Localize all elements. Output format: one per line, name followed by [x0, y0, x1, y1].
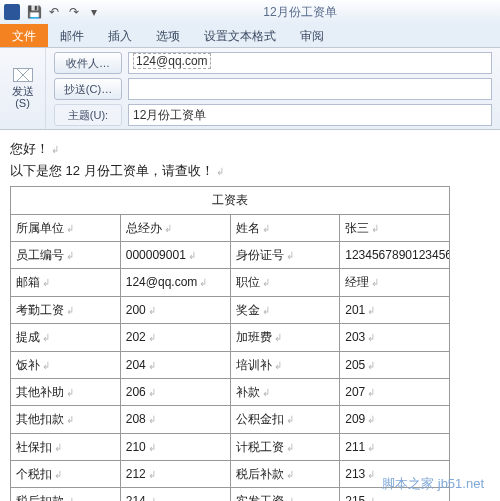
tab-insert[interactable]: 插入 [96, 24, 144, 47]
table-value-cell: 205↲ [340, 351, 450, 378]
cell-mark-icon: ↲ [146, 496, 156, 501]
cell-mark-icon: ↲ [162, 223, 172, 234]
tab-mail[interactable]: 邮件 [48, 24, 96, 47]
cell-mark-icon: ↲ [272, 332, 282, 343]
greeting-text: 您好！ [10, 141, 49, 156]
cell-mark-icon: ↲ [272, 360, 282, 371]
cell-mark-icon: ↲ [365, 305, 375, 316]
cell-mark-icon: ↲ [64, 387, 74, 398]
table-key-cell: 奖金↲ [230, 296, 340, 323]
message-header: 发送 (S) 收件人… 124@qq.com 抄送(C)… 主题(U): [0, 48, 500, 130]
table-key-cell: 员工编号↲ [11, 241, 121, 268]
ribbon-tabs: 文件 邮件 插入 选项 设置文本格式 审阅 [0, 24, 500, 48]
cell-mark-icon: ↲ [260, 277, 270, 288]
table-key-cell: 饭补↲ [11, 351, 121, 378]
subject-input[interactable] [128, 104, 492, 126]
table-key-cell: 考勤工资↲ [11, 296, 121, 323]
cell-mark-icon: ↲ [284, 442, 294, 453]
table-value-cell: 204↲ [120, 351, 230, 378]
cell-mark-icon: ↲ [365, 387, 375, 398]
table-value-cell: 212↲ [120, 461, 230, 488]
table-value-cell: 经理↲ [340, 269, 450, 296]
table-key-cell: 计税工资↲ [230, 433, 340, 460]
cell-mark-icon: ↲ [197, 277, 207, 288]
cell-mark-icon: ↲ [365, 442, 375, 453]
cell-mark-icon: ↲ [365, 360, 375, 371]
table-key-cell: 邮箱↲ [11, 269, 121, 296]
table-value-cell: 203↲ [340, 324, 450, 351]
window-title: 12月份工资单 [104, 4, 496, 21]
table-key-cell: 培训补↲ [230, 351, 340, 378]
header-fields: 收件人… 124@qq.com 抄送(C)… 主题(U): [46, 48, 500, 129]
cell-mark-icon: ↲ [64, 496, 74, 501]
table-value-cell: 210↲ [120, 433, 230, 460]
to-value: 124@qq.com [133, 53, 211, 69]
table-key-cell: 补款↲ [230, 378, 340, 405]
table-value-cell: 211↲ [340, 433, 450, 460]
cell-mark-icon: ↲ [365, 496, 375, 501]
table-value-cell: 张三↲ [340, 214, 450, 241]
app-icon [4, 4, 20, 20]
cell-mark-icon: ↲ [64, 414, 74, 425]
cell-mark-icon: ↲ [52, 469, 62, 480]
cell-mark-icon: ↲ [186, 250, 196, 261]
salary-table: 工资表 所属单位↲总经办↲姓名↲张三↲员工编号↲000009001↲身份证号↲1… [10, 186, 450, 501]
subject-label: 主题(U): [54, 104, 122, 126]
table-key-cell: 其他扣款↲ [11, 406, 121, 433]
cell-mark-icon: ↲ [260, 305, 270, 316]
table-key-cell: 所属单位↲ [11, 214, 121, 241]
table-value-cell: 207↲ [340, 378, 450, 405]
table-key-cell: 公积金扣↲ [230, 406, 340, 433]
cell-mark-icon: ↲ [284, 250, 294, 261]
cell-mark-icon: ↲ [260, 387, 270, 398]
send-group: 发送 (S) [0, 48, 46, 129]
cc-button[interactable]: 抄送(C)… [54, 78, 122, 100]
save-icon[interactable]: 💾 [26, 4, 42, 20]
table-value-cell: 209↲ [340, 406, 450, 433]
tab-options[interactable]: 选项 [144, 24, 192, 47]
table-key-cell: 个税扣↲ [11, 461, 121, 488]
cell-mark-icon: ↲ [146, 360, 156, 371]
table-value-cell: 123456789012345678901↲ [340, 241, 450, 268]
to-button[interactable]: 收件人… [54, 52, 122, 74]
tab-review[interactable]: 审阅 [288, 24, 336, 47]
cell-mark-icon: ↲ [284, 496, 294, 501]
cell-mark-icon: ↲ [146, 387, 156, 398]
tab-format[interactable]: 设置文本格式 [192, 24, 288, 47]
table-key-cell: 社保扣↲ [11, 433, 121, 460]
cell-mark-icon: ↲ [365, 414, 375, 425]
cc-input[interactable] [128, 78, 492, 100]
qat-dropdown-icon[interactable]: ▾ [86, 4, 102, 20]
tab-file[interactable]: 文件 [0, 24, 48, 47]
cell-mark-icon: ↲ [40, 277, 50, 288]
cell-mark-icon: ↲ [365, 332, 375, 343]
cell-mark-icon: ↲ [146, 414, 156, 425]
paragraph-mark-icon: ↲ [214, 166, 224, 177]
table-value-cell: 202↲ [120, 324, 230, 351]
send-button[interactable]: 发送 (S) [12, 85, 34, 109]
cell-mark-icon: ↲ [369, 277, 379, 288]
cell-mark-icon: ↲ [284, 414, 294, 425]
undo-icon[interactable]: ↶ [46, 4, 62, 20]
table-value-cell: 214↲ [120, 488, 230, 501]
cell-mark-icon: ↲ [52, 442, 62, 453]
table-value-cell: 总经办↲ [120, 214, 230, 241]
table-key-cell: 税后扣款↲ [11, 488, 121, 501]
table-title: 工资表 [11, 187, 450, 214]
table-value-cell: 200↲ [120, 296, 230, 323]
cell-mark-icon: ↲ [146, 332, 156, 343]
table-key-cell: 加班费↲ [230, 324, 340, 351]
table-key-cell: 提成↲ [11, 324, 121, 351]
table-key-cell: 职位↲ [230, 269, 340, 296]
to-input[interactable]: 124@qq.com [128, 52, 492, 74]
send-icon [13, 68, 33, 82]
watermark-text: 脚本之家 jb51.net [382, 475, 484, 493]
redo-icon[interactable]: ↷ [66, 4, 82, 20]
table-key-cell: 实发工资↲ [230, 488, 340, 501]
table-value-cell: 201↲ [340, 296, 450, 323]
cell-mark-icon: ↲ [40, 332, 50, 343]
message-body[interactable]: 您好！↲ 以下是您 12 月份工资单，请查收！↲ 工资表 所属单位↲总经办↲姓名… [0, 130, 500, 501]
cell-mark-icon: ↲ [260, 223, 270, 234]
cell-mark-icon: ↲ [64, 305, 74, 316]
cell-mark-icon: ↲ [365, 469, 375, 480]
